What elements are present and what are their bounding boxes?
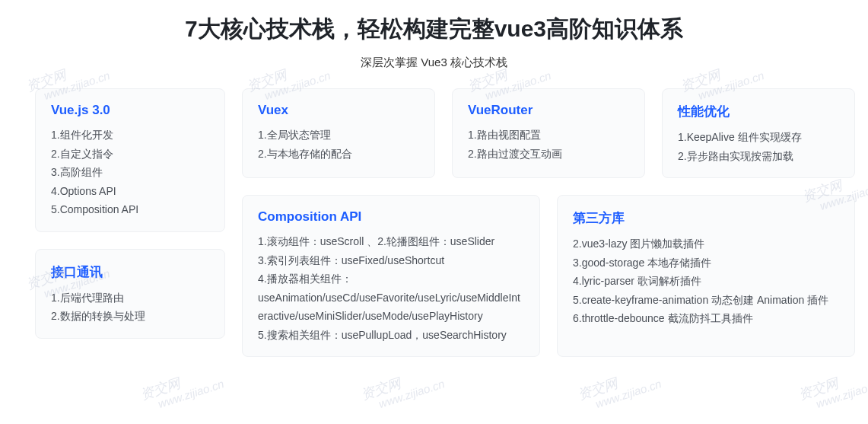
card-vuejs: Vue.js 3.0 1.组件化开发 2.自定义指令 3.高阶组件 4.Opti…: [35, 88, 225, 232]
card-title-vuejs: Vue.js 3.0: [51, 103, 209, 118]
watermark-url: www.zijiao.cn: [594, 377, 663, 410]
page-header: 7大核心技术栈，轻松构建完整vue3高阶知识体系 深层次掌握 Vue3 核心技术…: [0, 0, 868, 70]
watermark: 资交网 www.zijiao.cn: [359, 361, 447, 414]
card-title-composition: Composition API: [258, 209, 524, 225]
list-item: 2.自定义指令: [51, 145, 209, 164]
watermark-url: www.zijiao.cn: [157, 377, 226, 410]
list-item: 3.good-storage 本地存储插件: [573, 253, 839, 273]
card-thirdparty: 第三方库 2.vue3-lazy 图片懒加载插件 3.good-storage …: [557, 195, 855, 357]
list-item: 6.throttle-debounce 截流防抖工具插件: [573, 309, 839, 328]
card-title-vuerouter: VueRouter: [468, 103, 629, 118]
card-list-vuex: 1.全局状态管理 2.与本地存储的配合: [258, 126, 419, 163]
list-item: 2.数据的转换与处理: [51, 307, 209, 326]
card-list-vuejs: 1.组件化开发 2.自定义指令 3.高阶组件 4.Options API 5.C…: [51, 126, 209, 219]
list-item: 2.路由过渡交互动画: [468, 145, 629, 164]
card-title-vuex: Vuex: [258, 103, 419, 118]
list-item: 4.lyric-parser 歌词解析插件: [573, 272, 839, 291]
list-item: 1.全局状态管理: [258, 126, 419, 145]
left-column: Vue.js 3.0 1.组件化开发 2.自定义指令 3.高阶组件 4.Opti…: [35, 88, 225, 357]
watermark: 资交网 www.zijiao.cn: [138, 361, 226, 414]
card-list-api-comm: 1.后端代理路由 2.数据的转换与处理: [51, 289, 209, 326]
list-item: 1.KeepAlive 组件实现缓存: [678, 128, 839, 147]
top-right-row: Vuex 1.全局状态管理 2.与本地存储的配合 VueRouter 1.路由视…: [242, 88, 855, 178]
card-title-perf: 性能优化: [678, 103, 839, 120]
list-item: 2.与本地存储的配合: [258, 145, 419, 164]
watermark: 资交网 www.zijiao.cn: [796, 361, 868, 414]
cards-grid: Vue.js 3.0 1.组件化开发 2.自定义指令 3.高阶组件 4.Opti…: [0, 70, 868, 357]
card-api-comm: 接口通讯 1.后端代理路由 2.数据的转换与处理: [35, 249, 225, 339]
card-vuex: Vuex 1.全局状态管理 2.与本地存储的配合: [242, 88, 435, 178]
list-item: 2.vue3-lazy 图片懒加载插件: [573, 234, 839, 253]
card-list-vuerouter: 1.路由视图配置 2.路由过渡交互动画: [468, 126, 629, 163]
page-title: 7大核心技术栈，轻松构建完整vue3高阶知识体系: [0, 14, 868, 45]
list-item: 4.Options API: [51, 182, 209, 201]
watermark-text: 资交网: [576, 375, 620, 403]
watermark-text: 资交网: [138, 375, 183, 403]
card-composition: Composition API 1.滚动组件：useScroll 、2.轮播图组…: [242, 195, 540, 357]
card-vuerouter: VueRouter 1.路由视图配置 2.路由过渡交互动画: [452, 88, 645, 178]
card-title-thirdparty: 第三方库: [573, 209, 839, 227]
card-perf: 性能优化 1.KeepAlive 组件实现缓存 2.异步路由实现按需加载: [662, 88, 855, 178]
bottom-right-row: Composition API 1.滚动组件：useScroll 、2.轮播图组…: [242, 195, 855, 357]
card-list-thirdparty: 2.vue3-lazy 图片懒加载插件 3.good-storage 本地存储插…: [573, 234, 839, 328]
list-item: 1.后端代理路由: [51, 289, 209, 308]
list-item: 5.create-keyframe-animation 动态创建 Animati…: [573, 291, 839, 310]
list-item: 3.索引列表组件：useFixed/useShortcut: [258, 251, 524, 270]
watermark-text: 资交网: [796, 375, 841, 403]
list-item: 3.高阶组件: [51, 163, 209, 182]
list-item: 4.播放器相关组件：useAnimation/useCd/useFavorite…: [258, 269, 524, 326]
list-item: 1.组件化开发: [51, 126, 209, 145]
card-title-api-comm: 接口通讯: [51, 263, 209, 281]
watermark: 资交网 www.zijiao.cn: [576, 361, 663, 414]
list-item: 5.搜索相关组件：usePullupLoad，useSearchHistory: [258, 326, 524, 345]
list-item: 1.路由视图配置: [468, 126, 629, 145]
list-item: 1.滚动组件：useScroll 、2.轮播图组件：useSlider: [258, 232, 524, 251]
card-list-composition: 1.滚动组件：useScroll 、2.轮播图组件：useSlider 3.索引…: [258, 232, 524, 344]
page-subtitle: 深层次掌握 Vue3 核心技术栈: [0, 56, 868, 70]
watermark-url: www.zijiao.cn: [815, 377, 868, 410]
list-item: 5.Composition API: [51, 200, 209, 219]
card-list-perf: 1.KeepAlive 组件实现缓存 2.异步路由实现按需加载: [678, 128, 839, 165]
watermark-text: 资交网: [359, 375, 403, 403]
list-item: 2.异步路由实现按需加载: [678, 147, 839, 166]
watermark-url: www.zijiao.cn: [377, 377, 447, 410]
